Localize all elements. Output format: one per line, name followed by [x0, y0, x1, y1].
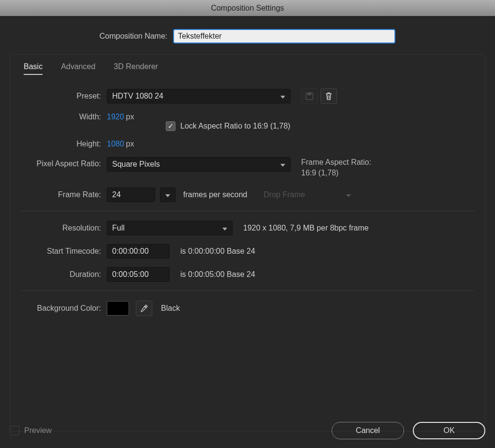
framerate-dropdown[interactable]: [160, 188, 175, 202]
eyedropper-button[interactable]: [136, 301, 152, 316]
chevron-down-icon: [222, 224, 227, 232]
save-preset-button[interactable]: [301, 88, 318, 104]
preset-dropdown[interactable]: HDTV 1080 24: [107, 89, 291, 103]
trash-icon: [324, 92, 333, 101]
cancel-button[interactable]: Cancel: [332, 422, 404, 439]
bg-color-label: Background Color:: [21, 304, 107, 313]
tab-advanced[interactable]: Advanced: [61, 62, 95, 75]
bg-color-swatch[interactable]: [107, 301, 129, 316]
svg-rect-1: [307, 93, 311, 95]
preset-value: HDTV 1080 24: [112, 92, 163, 101]
duration-input[interactable]: 0:00:05:00: [107, 267, 170, 282]
par-value: Square Pixels: [112, 160, 160, 169]
frame-aspect-value: 16:9 (1,78): [301, 168, 371, 178]
start-timecode-label: Start Timecode:: [21, 247, 107, 256]
start-timecode-input[interactable]: 0:00:00:00: [107, 244, 170, 259]
height-unit: px: [126, 140, 134, 148]
framerate-unit: frames per second: [183, 190, 248, 199]
lock-aspect-checkbox[interactable]: ✓: [166, 121, 175, 131]
resolution-note: 1920 x 1080, 7,9 MB per 8bpc frame: [243, 224, 369, 232]
chevron-down-icon: [280, 160, 285, 169]
frame-aspect-label: Frame Aspect Ratio:: [301, 157, 371, 168]
height-label: Height:: [21, 140, 107, 148]
eyedropper-icon: [140, 304, 148, 313]
resolution-value: Full: [112, 224, 125, 232]
duration-note: is 0:00:05:00 Base 24: [180, 270, 255, 279]
framerate-input[interactable]: 24: [107, 188, 155, 202]
divider: [21, 211, 474, 211]
framerate-label: Frame Rate:: [21, 190, 107, 199]
start-timecode-note: is 0:00:00:00 Base 24: [180, 247, 255, 256]
resolution-dropdown[interactable]: Full: [107, 221, 233, 235]
settings-panel: Basic Advanced 3D Renderer Preset: HDTV …: [10, 54, 485, 432]
divider: [21, 290, 474, 291]
width-unit: px: [126, 113, 134, 121]
ok-button[interactable]: OK: [413, 422, 485, 439]
preview-label: Preview: [24, 426, 52, 435]
tab-basic[interactable]: Basic: [24, 62, 43, 75]
resolution-label: Resolution:: [21, 224, 107, 232]
composition-name-label: Composition Name:: [100, 32, 168, 41]
duration-label: Duration:: [21, 270, 107, 279]
tab-3d-renderer[interactable]: 3D Renderer: [114, 62, 158, 75]
save-preset-icon: [305, 92, 314, 101]
par-label: Pixel Aspect Ratio:: [21, 157, 107, 168]
preset-label: Preset:: [21, 92, 107, 101]
delete-preset-button[interactable]: [320, 88, 337, 104]
width-label: Width:: [21, 113, 107, 121]
par-dropdown[interactable]: Square Pixels: [107, 157, 291, 172]
drop-frame-dropdown: Drop Frame: [259, 188, 356, 202]
chevron-down-icon: [165, 190, 170, 199]
window-title: Composition Settings: [211, 4, 284, 13]
bg-color-name: Black: [161, 304, 180, 313]
preview-checkbox: [10, 426, 19, 435]
height-value[interactable]: 1080: [107, 140, 124, 148]
lock-aspect-label: Lock Aspect Ratio to 16:9 (1,78): [180, 122, 291, 130]
chevron-down-icon: [346, 190, 351, 199]
composition-name-input[interactable]: [173, 29, 395, 43]
chevron-down-icon: [280, 92, 285, 101]
title-bar: Composition Settings: [0, 0, 495, 16]
width-value[interactable]: 1920: [107, 113, 124, 121]
